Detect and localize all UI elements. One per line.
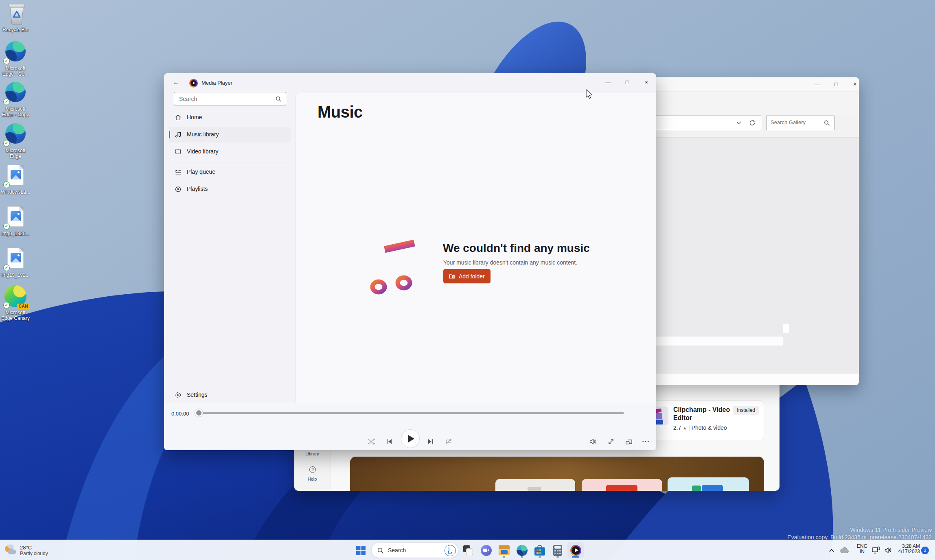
desktop-icon-edge-canary[interactable]: ✓ CAN Microsoft Edge Canary bbox=[0, 285, 31, 321]
promo-tile-pink[interactable] bbox=[582, 479, 662, 491]
play-button[interactable] bbox=[401, 429, 420, 448]
tile-glyph bbox=[528, 487, 541, 491]
watermark-line1: Windows 11 Pro Insider Preview bbox=[850, 527, 932, 533]
play-icon bbox=[408, 435, 414, 442]
close-button[interactable]: × bbox=[845, 77, 859, 92]
tile-glyph bbox=[702, 485, 723, 491]
previous-button[interactable] bbox=[383, 435, 396, 448]
tray-overflow-button[interactable] bbox=[826, 542, 838, 558]
desktop-icon-img19[interactable]: ✓ img19_192... bbox=[0, 247, 31, 278]
fullscreen-icon[interactable] bbox=[604, 435, 617, 448]
weather-icon bbox=[4, 545, 16, 556]
calculator-button[interactable] bbox=[550, 542, 566, 558]
sync-check-badge: ✓ bbox=[3, 182, 10, 188]
maximize-button[interactable]: □ bbox=[827, 77, 845, 92]
notification-badge[interactable]: 2 bbox=[921, 547, 929, 554]
transport-bar: 0:00:00 bbox=[164, 403, 656, 450]
sync-check-badge: ✓ bbox=[3, 302, 10, 308]
store-button[interactable] bbox=[532, 542, 548, 558]
file-explorer-button[interactable] bbox=[496, 542, 512, 558]
minimize-button[interactable]: — bbox=[808, 77, 827, 92]
seek-thumb[interactable] bbox=[195, 409, 203, 417]
video-library-icon bbox=[175, 148, 182, 155]
more-options-button[interactable]: ··· bbox=[639, 435, 653, 448]
recycle-bin-icon bbox=[7, 2, 26, 25]
desktop-icon-edge-co[interactable]: ✓ Microsoft Edge - Co... bbox=[0, 40, 31, 77]
onedrive-tray-button[interactable] bbox=[838, 542, 852, 558]
language-line2: IN bbox=[854, 549, 870, 554]
gallery-statusbar bbox=[635, 374, 859, 385]
seek-track[interactable] bbox=[198, 412, 624, 414]
taskbar-search-box[interactable]: Search bbox=[371, 542, 458, 558]
speaker-icon bbox=[884, 547, 892, 554]
clock[interactable]: 3:28 AM 4/17/2023 bbox=[895, 544, 920, 554]
desktop-icon-label: Microsoft Edge Canary bbox=[0, 310, 31, 321]
gallery-search-input[interactable] bbox=[771, 119, 819, 125]
network-icon bbox=[871, 546, 880, 554]
page-title: Music bbox=[318, 103, 363, 121]
sidebar-item-help[interactable]: Help bbox=[294, 477, 330, 481]
desktop-icon-recycle-bin[interactable]: Recycle Bin bbox=[0, 2, 31, 33]
sidebar-item-video-library[interactable]: Video library bbox=[169, 144, 291, 160]
chat-icon bbox=[481, 545, 492, 556]
media-player-taskbar-button[interactable] bbox=[567, 542, 584, 558]
shuffle-button[interactable] bbox=[365, 435, 378, 448]
help-icon[interactable]: ? bbox=[309, 466, 316, 473]
start-button[interactable] bbox=[353, 542, 369, 558]
desktop-icon-windowsla[interactable]: ✓ WindowsLa... bbox=[0, 164, 31, 195]
search-input[interactable] bbox=[179, 95, 269, 103]
maximize-button[interactable]: □ bbox=[618, 74, 637, 90]
desktop-icon-label: img19_192... bbox=[0, 272, 31, 278]
repeat-off-button[interactable] bbox=[442, 435, 455, 448]
language-indicator[interactable]: ENG IN bbox=[854, 544, 870, 554]
gallery-search-box[interactable] bbox=[766, 116, 834, 130]
promo-tile-gray[interactable] bbox=[495, 479, 575, 491]
refresh-icon[interactable] bbox=[749, 119, 756, 127]
add-folder-button[interactable]: Add folder bbox=[443, 269, 490, 283]
close-button[interactable]: × bbox=[637, 74, 656, 90]
desktop-icon-edge[interactable]: ✓ Microsoft Edge bbox=[0, 122, 31, 159]
desktop-icon-img0[interactable]: ✓ img0_1920... bbox=[0, 205, 31, 236]
chevron-down-icon bbox=[736, 121, 741, 125]
sync-check-badge: ✓ bbox=[3, 265, 10, 271]
elapsed-time: 0:00:00 bbox=[171, 411, 189, 417]
file-explorer-icon bbox=[499, 545, 510, 555]
rating-value: 2.7 bbox=[673, 424, 681, 431]
desktop-icon-edge-copy[interactable]: ✓ Microsoft Edge - Copy bbox=[0, 81, 31, 118]
store-app-card[interactable]: Clipchamp - Video Editor Installed 2.7 ★… bbox=[644, 400, 764, 440]
search-box[interactable] bbox=[174, 92, 286, 105]
volume-button[interactable] bbox=[587, 435, 600, 448]
media-player-sidebar: Home Music library Video library bbox=[164, 73, 296, 403]
weather-widget[interactable]: 28°C Partly cloudy bbox=[4, 542, 85, 559]
sidebar-item-library[interactable]: Library bbox=[294, 451, 330, 456]
cloud-icon bbox=[840, 547, 850, 553]
sync-check-badge: ✓ bbox=[3, 223, 10, 230]
running-indicator bbox=[521, 556, 523, 558]
search-icon bbox=[377, 547, 384, 554]
volume-tray-button[interactable] bbox=[882, 542, 895, 558]
store-icon bbox=[534, 545, 545, 556]
edge-button[interactable] bbox=[514, 542, 530, 558]
network-tray-button[interactable] bbox=[869, 542, 882, 558]
task-view-button[interactable] bbox=[460, 542, 476, 558]
weather-condition: Partly cloudy bbox=[20, 551, 48, 556]
sidebar-item-settings[interactable]: Settings bbox=[169, 387, 291, 403]
sidebar-item-home[interactable]: Home bbox=[169, 110, 291, 125]
minimize-button[interactable]: — bbox=[599, 74, 617, 90]
sidebar-item-play-queue[interactable]: Play queue bbox=[169, 164, 291, 180]
media-player-icon bbox=[570, 545, 581, 556]
gallery-content bbox=[635, 137, 859, 374]
empty-state-title: We couldn't find any music bbox=[443, 242, 590, 255]
bing-icon bbox=[445, 545, 456, 556]
next-button[interactable] bbox=[424, 435, 437, 448]
tile-glyph bbox=[692, 486, 701, 491]
desktop: Recycle Bin ✓ Microsoft Edge - Co... ✓ M… bbox=[0, 0, 935, 560]
sidebar-item-playlists[interactable]: Playlists bbox=[169, 182, 291, 197]
gallery-dropdown[interactable] bbox=[642, 116, 761, 130]
playlists-icon bbox=[175, 186, 182, 192]
mini-player-icon[interactable] bbox=[622, 435, 635, 448]
sidebar-item-music-library[interactable]: Music library bbox=[169, 127, 291, 142]
promo-tile-cyan[interactable] bbox=[668, 477, 749, 491]
taskbar-search-label: Search bbox=[388, 547, 406, 553]
chat-button[interactable] bbox=[478, 542, 494, 558]
